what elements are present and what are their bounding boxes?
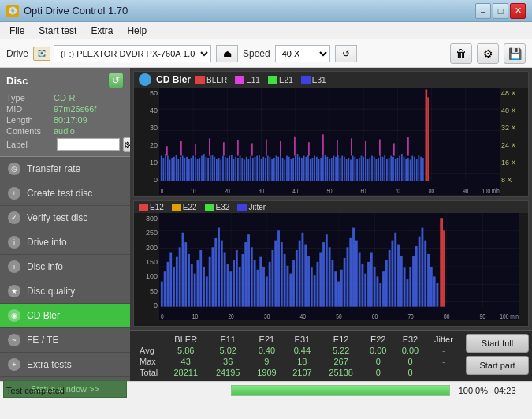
nav-icon-extra: +: [8, 358, 20, 371]
menu-start-test[interactable]: Start test: [32, 24, 83, 38]
refresh-button[interactable]: ↺: [335, 45, 357, 62]
data-table: BLER E11 E21 E31 E12 E22 E32 Jitter Avg …: [136, 334, 461, 378]
svg-rect-39: [216, 159, 218, 181]
svg-rect-151: [337, 140, 338, 156]
nav-icon-quality: ★: [8, 285, 20, 297]
svg-rect-142: [209, 138, 210, 155]
svg-rect-144: [237, 140, 239, 156]
svg-rect-225: [289, 274, 292, 307]
svg-rect-42: [222, 156, 224, 181]
svg-rect-61: [262, 157, 264, 181]
svg-text:90: 90: [480, 312, 485, 320]
svg-text:80: 80: [429, 187, 434, 195]
chart-bler-title: CD Bler: [156, 74, 191, 85]
svg-rect-245: [349, 238, 352, 307]
svg-rect-75: [292, 158, 294, 181]
svg-rect-134: [426, 89, 428, 181]
svg-text:60: 60: [361, 187, 366, 195]
table-row-max: Max 43 36 9 18 267 0 0 -: [136, 356, 461, 367]
svg-rect-23: [182, 156, 184, 181]
svg-rect-32: [201, 156, 203, 181]
svg-rect-114: [376, 159, 378, 181]
svg-rect-18: [171, 158, 173, 181]
svg-rect-25: [186, 157, 188, 181]
maximize-button[interactable]: □: [493, 3, 508, 19]
nav-fe-te[interactable]: ~ FE / TE: [0, 328, 130, 353]
svg-rect-155: [393, 143, 395, 155]
svg-rect-53: [246, 157, 247, 181]
disc-label-input[interactable]: [57, 138, 120, 151]
svg-rect-21: [177, 159, 179, 181]
svg-rect-33: [203, 154, 205, 181]
svg-rect-67: [276, 156, 277, 181]
menu-bar: File Start test Extra Help: [0, 22, 532, 39]
nav-create-test-disc[interactable]: + Create test disc: [0, 181, 130, 206]
svg-rect-35: [207, 158, 209, 181]
nav-label-drive: Drive info: [27, 237, 67, 248]
nav-extra-tests[interactable]: + Extra tests: [0, 353, 130, 377]
svg-rect-86: [316, 157, 318, 181]
svg-rect-74: [291, 159, 292, 181]
svg-rect-104: [355, 157, 356, 181]
svg-rect-91: [326, 157, 328, 181]
svg-rect-197: [206, 276, 208, 306]
clear-button[interactable]: 🗑: [450, 43, 472, 64]
status-text: Test completed: [6, 386, 225, 395]
svg-rect-236: [322, 242, 325, 307]
svg-rect-188: [179, 247, 181, 306]
disc-type-value: CD-R: [54, 93, 76, 103]
minimize-button[interactable]: –: [475, 3, 491, 19]
progress-bar: [231, 385, 451, 396]
svg-rect-133: [416, 159, 418, 181]
disc-mid-label: MID: [6, 104, 54, 114]
svg-rect-187: [176, 257, 178, 307]
svg-rect-244: [347, 247, 349, 306]
menu-file[interactable]: File: [3, 24, 31, 38]
nav-transfer-rate[interactable]: ◷ Transfer rate: [0, 157, 130, 181]
drive-dropdown[interactable]: (F:) PLEXTOR DVDR PX-760A 1.07: [54, 45, 211, 62]
svg-rect-241: [337, 282, 340, 307]
eject-button[interactable]: ⏏: [216, 45, 238, 62]
svg-rect-70: [282, 158, 284, 181]
nav-verify-test-disc[interactable]: ✓ Verify test disc: [0, 206, 130, 230]
nav-drive-info[interactable]: i Drive info: [0, 230, 130, 255]
svg-rect-127: [404, 157, 405, 181]
save-button[interactable]: 💾: [504, 43, 526, 64]
svg-rect-119: [386, 159, 388, 181]
close-button[interactable]: ✕: [510, 3, 526, 19]
disc-contents-label: Contents: [6, 126, 54, 136]
nav-cd-bler[interactable]: ◉ CD Bler: [0, 304, 130, 328]
svg-rect-107: [361, 156, 363, 181]
chart-bler-y-right: 48 X 40 X 32 X 24 X 16 X 8 X: [500, 88, 528, 195]
svg-rect-124: [397, 158, 399, 181]
start-part-button[interactable]: Start part: [466, 356, 529, 375]
svg-rect-81: [305, 157, 307, 181]
disc-title: Disc: [6, 75, 28, 87]
svg-rect-196: [203, 267, 205, 307]
nav-label-quality: Disc quality: [27, 286, 75, 297]
start-full-button[interactable]: Start full: [466, 334, 529, 353]
svg-rect-218: [269, 262, 271, 307]
svg-text:40: 40: [292, 187, 298, 195]
svg-text:30: 30: [259, 187, 264, 195]
svg-rect-248: [359, 252, 361, 306]
disc-refresh-button[interactable]: ↺: [108, 73, 124, 88]
nav-disc-quality[interactable]: ★ Disc quality: [0, 279, 130, 304]
svg-rect-94: [333, 156, 335, 181]
speed-dropdown[interactable]: 40 X: [275, 45, 330, 62]
nav-disc-info[interactable]: i Disc info: [0, 255, 130, 279]
svg-rect-190: [184, 242, 187, 307]
svg-rect-140: [180, 141, 182, 156]
svg-rect-268: [419, 237, 421, 307]
menu-extra[interactable]: Extra: [84, 24, 119, 38]
svg-rect-240: [334, 271, 337, 307]
toolbar: Drive 💽 (F:) PLEXTOR DVDR PX-760A 1.07 ⏏…: [0, 39, 532, 68]
svg-rect-68: [277, 157, 279, 181]
svg-rect-193: [194, 274, 196, 307]
chart-bler-icon: [139, 73, 151, 86]
menu-help[interactable]: Help: [121, 24, 153, 38]
content-area: CD Bler BLER E11 E21 E31 50 40 30 20 10 …: [130, 68, 532, 381]
settings-button[interactable]: ⚙: [477, 43, 499, 64]
svg-rect-126: [401, 154, 403, 181]
nav-label-bler: CD Bler: [27, 310, 60, 321]
